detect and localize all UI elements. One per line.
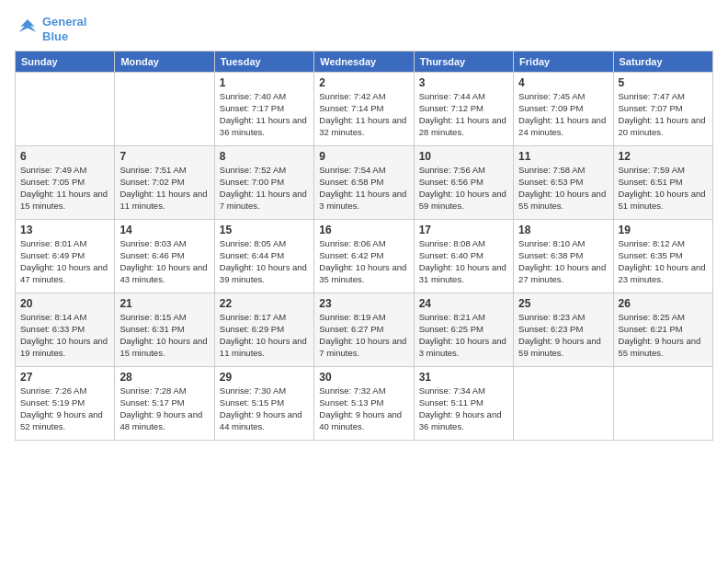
calendar-cell: 25Sunrise: 8:23 AMSunset: 6:23 PMDayligh… — [514, 293, 613, 367]
day-number: 31 — [419, 371, 508, 384]
logo-icon — [15, 17, 40, 42]
page-header: General Blue — [15, 15, 713, 43]
calendar-cell: 17Sunrise: 8:08 AMSunset: 6:40 PMDayligh… — [414, 220, 513, 293]
calendar-cell — [115, 73, 214, 146]
day-number: 8 — [220, 150, 309, 163]
calendar-cell: 3Sunrise: 7:44 AMSunset: 7:12 PMDaylight… — [414, 73, 513, 146]
day-number: 14 — [119, 224, 209, 236]
calendar-cell: 7Sunrise: 7:51 AMSunset: 7:02 PMDaylight… — [115, 146, 214, 220]
day-of-week-header: Thursday — [414, 52, 513, 73]
day-info: Sunrise: 7:32 AMSunset: 5:13 PMDaylight:… — [319, 385, 408, 432]
calendar-cell: 12Sunrise: 7:59 AMSunset: 6:51 PMDayligh… — [613, 146, 712, 220]
calendar-cell: 2Sunrise: 7:42 AMSunset: 7:14 PMDaylight… — [314, 73, 414, 146]
day-info: Sunrise: 8:21 AMSunset: 6:25 PMDaylight:… — [419, 312, 508, 359]
calendar-cell: 26Sunrise: 8:25 AMSunset: 6:21 PMDayligh… — [613, 293, 712, 367]
day-number: 19 — [619, 224, 708, 236]
day-info: Sunrise: 7:58 AMSunset: 6:53 PMDaylight:… — [518, 165, 608, 212]
day-info: Sunrise: 7:44 AMSunset: 7:12 PMDaylight:… — [419, 91, 508, 138]
calendar-cell — [613, 367, 712, 441]
day-of-week-header: Tuesday — [214, 52, 313, 73]
calendar-cell: 28Sunrise: 7:28 AMSunset: 5:17 PMDayligh… — [115, 367, 214, 441]
day-info: Sunrise: 7:45 AMSunset: 7:09 PMDaylight:… — [518, 91, 608, 138]
day-info: Sunrise: 8:15 AMSunset: 6:31 PMDaylight:… — [119, 312, 209, 359]
calendar-cell: 30Sunrise: 7:32 AMSunset: 5:13 PMDayligh… — [314, 367, 414, 441]
day-number: 2 — [319, 76, 408, 89]
day-number: 4 — [518, 76, 608, 89]
calendar-cell: 16Sunrise: 8:06 AMSunset: 6:42 PMDayligh… — [314, 220, 414, 293]
day-info: Sunrise: 8:17 AMSunset: 6:29 PMDaylight:… — [220, 312, 309, 359]
day-info: Sunrise: 8:25 AMSunset: 6:21 PMDaylight:… — [619, 312, 708, 359]
calendar-cell: 11Sunrise: 7:58 AMSunset: 6:53 PMDayligh… — [514, 146, 613, 220]
calendar-cell: 6Sunrise: 7:49 AMSunset: 7:05 PMDaylight… — [16, 146, 115, 220]
day-info: Sunrise: 7:34 AMSunset: 5:11 PMDaylight:… — [419, 385, 508, 432]
day-number: 18 — [518, 224, 608, 236]
calendar-cell: 1Sunrise: 7:40 AMSunset: 7:17 PMDaylight… — [214, 73, 313, 146]
day-number: 28 — [119, 371, 209, 384]
day-number: 20 — [20, 297, 109, 310]
day-number: 17 — [419, 224, 508, 236]
calendar-week-row: 1Sunrise: 7:40 AMSunset: 7:17 PMDaylight… — [16, 73, 713, 146]
calendar-cell: 27Sunrise: 7:26 AMSunset: 5:19 PMDayligh… — [16, 367, 115, 441]
day-number: 26 — [619, 297, 708, 310]
day-info: Sunrise: 8:08 AMSunset: 6:40 PMDaylight:… — [419, 238, 508, 285]
day-number: 11 — [518, 150, 608, 163]
calendar-cell: 18Sunrise: 8:10 AMSunset: 6:38 PMDayligh… — [514, 220, 613, 293]
day-of-week-header: Friday — [514, 52, 613, 73]
calendar-table: SundayMondayTuesdayWednesdayThursdayFrid… — [15, 51, 713, 441]
day-info: Sunrise: 8:01 AMSunset: 6:49 PMDaylight:… — [20, 238, 109, 285]
day-info: Sunrise: 7:30 AMSunset: 5:15 PMDaylight:… — [220, 385, 309, 432]
day-info: Sunrise: 7:42 AMSunset: 7:14 PMDaylight:… — [319, 91, 408, 138]
day-number: 12 — [619, 150, 708, 163]
day-of-week-header: Wednesday — [314, 52, 414, 73]
day-info: Sunrise: 7:59 AMSunset: 6:51 PMDaylight:… — [619, 165, 708, 212]
day-number: 27 — [20, 371, 109, 384]
calendar-cell: 20Sunrise: 8:14 AMSunset: 6:33 PMDayligh… — [16, 293, 115, 367]
calendar-week-row: 20Sunrise: 8:14 AMSunset: 6:33 PMDayligh… — [16, 293, 713, 367]
day-info: Sunrise: 7:56 AMSunset: 6:56 PMDaylight:… — [419, 165, 508, 212]
day-info: Sunrise: 7:26 AMSunset: 5:19 PMDaylight:… — [20, 385, 109, 432]
calendar-cell — [514, 367, 613, 441]
day-number: 10 — [419, 150, 508, 163]
day-of-week-header: Sunday — [16, 52, 115, 73]
calendar-cell: 8Sunrise: 7:52 AMSunset: 7:00 PMDaylight… — [214, 146, 313, 220]
day-info: Sunrise: 7:52 AMSunset: 7:00 PMDaylight:… — [220, 165, 309, 212]
day-info: Sunrise: 7:51 AMSunset: 7:02 PMDaylight:… — [119, 165, 209, 212]
calendar-cell: 23Sunrise: 8:19 AMSunset: 6:27 PMDayligh… — [314, 293, 414, 367]
calendar-week-row: 13Sunrise: 8:01 AMSunset: 6:49 PMDayligh… — [16, 220, 713, 293]
day-of-week-header: Saturday — [613, 52, 712, 73]
day-info: Sunrise: 7:49 AMSunset: 7:05 PMDaylight:… — [20, 165, 109, 212]
day-info: Sunrise: 8:14 AMSunset: 6:33 PMDaylight:… — [20, 312, 109, 359]
day-info: Sunrise: 7:47 AMSunset: 7:07 PMDaylight:… — [619, 91, 708, 138]
calendar-cell: 24Sunrise: 8:21 AMSunset: 6:25 PMDayligh… — [414, 293, 513, 367]
calendar-cell: 21Sunrise: 8:15 AMSunset: 6:31 PMDayligh… — [115, 293, 214, 367]
calendar-cell: 4Sunrise: 7:45 AMSunset: 7:09 PMDaylight… — [514, 73, 613, 146]
day-number: 25 — [518, 297, 608, 310]
day-number: 15 — [220, 224, 309, 236]
day-number: 21 — [119, 297, 209, 310]
day-number: 30 — [319, 371, 408, 384]
day-info: Sunrise: 7:54 AMSunset: 6:58 PMDaylight:… — [319, 165, 408, 212]
day-info: Sunrise: 7:40 AMSunset: 7:17 PMDaylight:… — [220, 91, 309, 138]
logo: General Blue — [15, 15, 86, 43]
day-info: Sunrise: 7:28 AMSunset: 5:17 PMDaylight:… — [119, 385, 209, 432]
calendar-cell: 14Sunrise: 8:03 AMSunset: 6:46 PMDayligh… — [115, 220, 214, 293]
calendar-cell: 31Sunrise: 7:34 AMSunset: 5:11 PMDayligh… — [414, 367, 513, 441]
day-number: 16 — [319, 224, 408, 236]
day-info: Sunrise: 8:06 AMSunset: 6:42 PMDaylight:… — [319, 238, 408, 285]
day-of-week-header: Monday — [115, 52, 214, 73]
day-number: 22 — [220, 297, 309, 310]
day-number: 23 — [319, 297, 408, 310]
calendar-cell: 10Sunrise: 7:56 AMSunset: 6:56 PMDayligh… — [414, 146, 513, 220]
calendar-cell: 29Sunrise: 7:30 AMSunset: 5:15 PMDayligh… — [214, 367, 313, 441]
day-number: 5 — [619, 76, 708, 89]
calendar-cell: 19Sunrise: 8:12 AMSunset: 6:35 PMDayligh… — [613, 220, 712, 293]
day-info: Sunrise: 8:19 AMSunset: 6:27 PMDaylight:… — [319, 312, 408, 359]
day-info: Sunrise: 8:10 AMSunset: 6:38 PMDaylight:… — [518, 238, 608, 285]
day-number: 3 — [419, 76, 508, 89]
day-info: Sunrise: 8:23 AMSunset: 6:23 PMDaylight:… — [518, 312, 608, 359]
day-number: 24 — [419, 297, 508, 310]
day-info: Sunrise: 8:12 AMSunset: 6:35 PMDaylight:… — [619, 238, 708, 285]
day-number: 29 — [220, 371, 309, 384]
day-number: 13 — [20, 224, 109, 236]
calendar-cell: 15Sunrise: 8:05 AMSunset: 6:44 PMDayligh… — [214, 220, 313, 293]
